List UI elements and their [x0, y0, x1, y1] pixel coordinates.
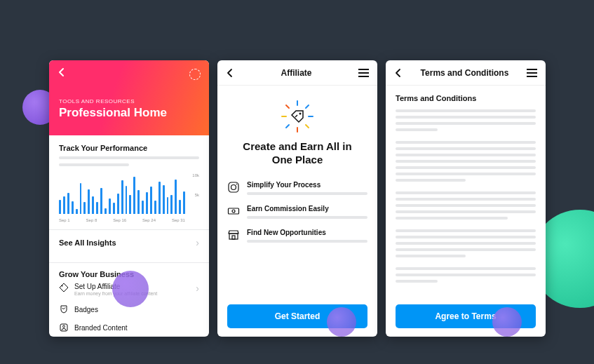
feature-row: Simplify Your Process — [227, 181, 367, 195]
chart-bar — [126, 186, 128, 214]
chart-bar — [133, 177, 135, 214]
tag-sparkle-illustration — [281, 100, 314, 133]
feature-row: Find New Opportunities — [227, 229, 367, 243]
svg-point-13 — [231, 184, 236, 189]
hamburger-icon[interactable] — [527, 69, 537, 77]
skeleton-line — [247, 192, 367, 195]
list-item-label: Badges — [74, 306, 98, 314]
x-tick: Sep 16 — [113, 218, 126, 222]
svg-line-7 — [286, 105, 289, 108]
feature-label: Earn Commission Easily — [247, 205, 367, 213]
screen-terms: Terms and Conditions Terms and Condition… — [386, 60, 546, 337]
chart-bar — [154, 201, 156, 214]
svg-point-16 — [232, 210, 235, 213]
settings-icon[interactable] — [189, 69, 201, 80]
terms-paragraph — [396, 141, 536, 182]
storefront-icon — [227, 229, 240, 241]
x-tick: Sep 1 — [59, 218, 70, 222]
chart-bar — [150, 187, 152, 214]
chart-bar — [100, 188, 102, 214]
chart-bar — [76, 209, 78, 214]
chart-bar — [88, 189, 90, 214]
x-tick: Sep 31 — [172, 218, 185, 222]
svg-point-14 — [236, 183, 238, 184]
topbar: Affiliate — [217, 60, 377, 86]
svg-rect-15 — [229, 208, 239, 214]
back-icon[interactable] — [394, 68, 403, 78]
page-title: Professional Home — [59, 106, 199, 120]
svg-point-11 — [299, 113, 302, 115]
chevron-right-icon: › — [196, 237, 199, 248]
skeleton-line — [59, 163, 129, 166]
chart-bar — [121, 180, 123, 214]
affiliate-headline: Create and Earn All in One Place — [227, 140, 367, 167]
decorative-sphere — [112, 271, 149, 307]
chart-bar — [72, 201, 74, 214]
svg-point-0 — [62, 285, 63, 287]
header: TOOLS AND RESOURCES Professional Home — [49, 60, 209, 135]
section-title-performance: Track Your Performance — [59, 144, 199, 152]
chart-bar — [117, 194, 119, 214]
topbar-title: Affiliate — [281, 68, 311, 78]
chart-bar — [67, 193, 69, 214]
topbar-title: Terms and Conditions — [421, 68, 509, 78]
svg-point-2 — [63, 325, 65, 328]
y-tick: 10k — [192, 173, 199, 177]
chart-bar — [80, 183, 82, 214]
screen-affiliate: Affiliate — [217, 60, 377, 337]
chart-bar — [146, 192, 148, 214]
chart-bar — [170, 195, 173, 214]
chart-bar — [142, 201, 144, 214]
skeleton-line — [247, 216, 367, 219]
chart-bar — [63, 196, 65, 214]
y-tick: 5k — [195, 193, 199, 197]
camera-icon — [227, 181, 240, 194]
x-tick: Sep 24 — [142, 218, 156, 222]
list-item-branded-content[interactable]: Branded Content — [59, 318, 199, 337]
tag-icon — [59, 283, 69, 292]
back-icon[interactable] — [58, 67, 66, 77]
chart-bar — [129, 195, 131, 214]
skeleton-line — [59, 156, 199, 159]
chart-bar — [83, 202, 86, 214]
svg-line-8 — [306, 125, 309, 128]
chart-bar — [92, 196, 94, 214]
terms-paragraph — [396, 229, 536, 257]
svg-rect-17 — [229, 234, 238, 239]
terms-heading: Terms and Conditions — [396, 94, 536, 102]
chart-bar — [167, 197, 169, 214]
terms-paragraph — [396, 109, 536, 131]
svg-line-9 — [306, 105, 309, 108]
chart-bar — [183, 191, 185, 214]
money-icon — [227, 205, 240, 217]
decorative-sphere — [492, 307, 522, 337]
chart-bar — [113, 203, 115, 214]
feature-label: Simplify Your Process — [247, 181, 367, 189]
badge-icon — [59, 304, 69, 314]
header-eyebrow: TOOLS AND RESOURCES — [59, 98, 199, 105]
svg-line-10 — [286, 125, 289, 128]
back-icon[interactable] — [226, 68, 234, 78]
row-label: See All Insights — [59, 238, 116, 247]
hamburger-icon[interactable] — [358, 69, 369, 77]
feature-label: Find New Opportunities — [247, 229, 367, 236]
person-icon — [59, 323, 69, 332]
decorative-sphere — [327, 307, 356, 337]
divider — [49, 262, 209, 263]
chart-bar — [163, 185, 165, 214]
performance-bar-chart: 10k 5k Sep 1 Sep 8 Sep 16 Sep 24 Sep 31 — [59, 173, 199, 222]
terms-paragraph — [396, 191, 536, 220]
see-all-insights-row[interactable]: See All Insights › — [59, 230, 199, 255]
svg-rect-18 — [232, 236, 235, 239]
chart-bar — [104, 208, 107, 214]
feature-row: Earn Commission Easily — [227, 205, 367, 219]
x-tick: Sep 8 — [86, 218, 97, 222]
chart-bar — [59, 200, 61, 214]
topbar: Terms and Conditions — [386, 60, 546, 86]
chart-bar — [158, 182, 161, 214]
chart-bar — [137, 190, 140, 214]
chart-bar — [96, 202, 98, 214]
chevron-right-icon: › — [196, 283, 199, 294]
chart-bar — [179, 200, 181, 214]
skeleton-line — [247, 240, 367, 243]
